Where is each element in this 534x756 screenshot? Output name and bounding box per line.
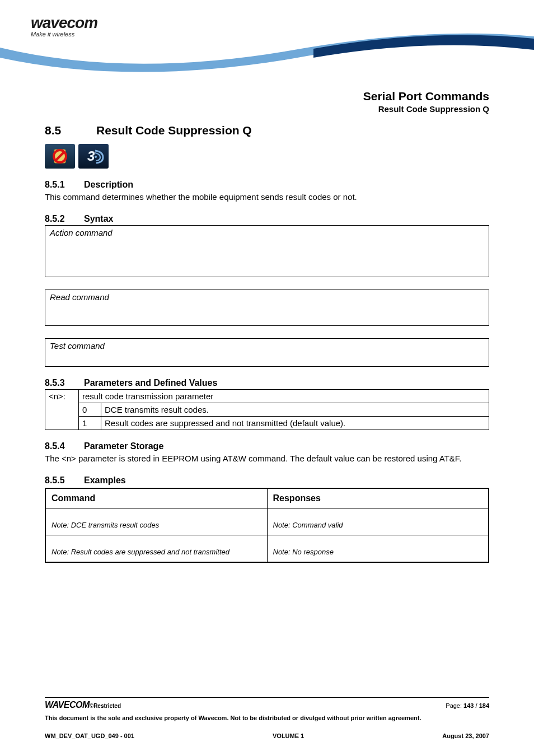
subsection-number: 8.5.3 <box>45 378 84 388</box>
subsection-number: 8.5.5 <box>45 475 84 486</box>
subsection-syntax-heading: 8.5.2Syntax <box>45 214 489 224</box>
read-command-box: Read command <box>45 290 489 326</box>
page-total: 184 <box>479 702 489 709</box>
footer-page: Page: 143 / 184 <box>446 702 489 709</box>
example-note: Note: Result codes are suppressed and no… <box>51 548 261 556</box>
subsection-title: Syntax <box>84 214 113 223</box>
table-row: Note: Result codes are suppressed and no… <box>45 535 489 563</box>
param-desc: Result codes are suppressed and not tran… <box>101 417 489 430</box>
subsection-title: Parameter Storage <box>84 441 163 451</box>
threeg-icon: 3 <box>78 144 109 169</box>
test-command-box: Test command <box>45 338 489 367</box>
page-current: 143 <box>463 702 474 709</box>
action-command-box: Action command <box>45 225 489 277</box>
section-title: Result Code Suppression Q <box>96 124 252 137</box>
footer-brand: WAVECOM©Restricted <box>45 700 121 710</box>
subsection-title: Examples <box>84 475 126 485</box>
example-response-cell: Note: Command valid <box>267 508 489 535</box>
footer-row-bottom: WM_DEV_OAT_UGD_049 - 001 VOLUME 1 August… <box>45 732 489 739</box>
description-text: This command determines whether the mobi… <box>45 191 489 203</box>
example-note: Note: Command valid <box>273 521 483 529</box>
subsection-description-heading: 8.5.1Description <box>45 180 489 190</box>
page-header: wavecom Make it wireless <box>0 0 534 81</box>
footer-doc-id: WM_DEV_OAT_UGD_049 - 001 <box>45 732 134 739</box>
footer-row-top: WAVECOM©Restricted Page: 143 / 184 <box>45 700 489 710</box>
footer-disclaimer: This document is the sole and exclusive … <box>45 715 489 721</box>
chapter-title: Serial Port Commands <box>0 90 489 103</box>
subsection-storage-heading: 8.5.4Parameter Storage <box>45 441 489 451</box>
page-content: 8.5Result Code Suppression Q 3 8.5.1Desc… <box>0 124 534 563</box>
example-command-cell: Note: Result codes are suppressed and no… <box>45 535 267 563</box>
subsection-number: 8.5.4 <box>45 441 84 451</box>
section-heading: 8.5Result Code Suppression Q <box>45 124 489 137</box>
subsection-title: Description <box>84 180 133 189</box>
example-command-cell: Note: DCE transmits result codes <box>45 508 267 535</box>
param-value: 0 <box>79 403 101 417</box>
read-command-title: Read command <box>50 292 484 302</box>
logo-text: wavecom <box>31 14 97 32</box>
subsection-number: 8.5.1 <box>45 180 84 190</box>
page-label: Page: <box>446 702 463 709</box>
param-key-desc: result code transmission parameter <box>79 390 489 403</box>
applicability-icons: 3 <box>45 144 489 169</box>
page-footer: WAVECOM©Restricted Page: 143 / 184 This … <box>45 697 489 739</box>
footer-logo-text: WAVECOM <box>45 700 90 710</box>
subsection-params-heading: 8.5.3Parameters and Defined Values <box>45 378 489 388</box>
param-key: <n>: <box>45 390 79 430</box>
header-swoosh-graphic <box>0 31 534 81</box>
footer-volume: VOLUME 1 <box>273 732 304 739</box>
example-note: Note: No response <box>273 548 483 556</box>
param-value: 1 <box>79 417 101 430</box>
table-row: <n>: result code transmission parameter <box>45 390 489 403</box>
footer-restricted: ©Restricted <box>90 703 121 709</box>
test-command-title: Test command <box>50 341 484 351</box>
examples-col-command: Command <box>45 488 267 508</box>
table-row: 1 Result codes are suppressed and not tr… <box>45 417 489 430</box>
examples-table: Command Responses Note: DCE transmits re… <box>45 488 489 563</box>
table-header-row: Command Responses <box>45 488 489 508</box>
table-row: 0 DCE transmits result codes. <box>45 403 489 417</box>
svg-point-4 <box>95 156 97 158</box>
subsection-number: 8.5.2 <box>45 214 84 224</box>
storage-text: The <n> parameter is stored in EEPROM us… <box>45 452 489 464</box>
table-row: Note: DCE transmits result codes Note: C… <box>45 508 489 535</box>
param-desc: DCE transmits result codes. <box>101 403 489 417</box>
subsection-title: Parameters and Defined Values <box>84 378 217 388</box>
no-sim-icon <box>45 144 75 169</box>
example-note: Note: DCE transmits result codes <box>51 521 261 529</box>
footer-date: August 23, 2007 <box>442 732 489 739</box>
subsection-examples-heading: 8.5.5Examples <box>45 475 489 486</box>
svg-text:3: 3 <box>87 148 95 164</box>
params-table: <n>: result code transmission parameter … <box>45 389 489 430</box>
example-response-cell: Note: No response <box>267 535 489 563</box>
action-command-title: Action command <box>50 228 484 237</box>
examples-col-responses: Responses <box>267 488 489 508</box>
section-subtitle: Result Code Suppression Q <box>0 104 489 114</box>
page-sep: / <box>474 702 479 709</box>
section-number: 8.5 <box>45 124 96 137</box>
footer-rule <box>45 697 489 698</box>
